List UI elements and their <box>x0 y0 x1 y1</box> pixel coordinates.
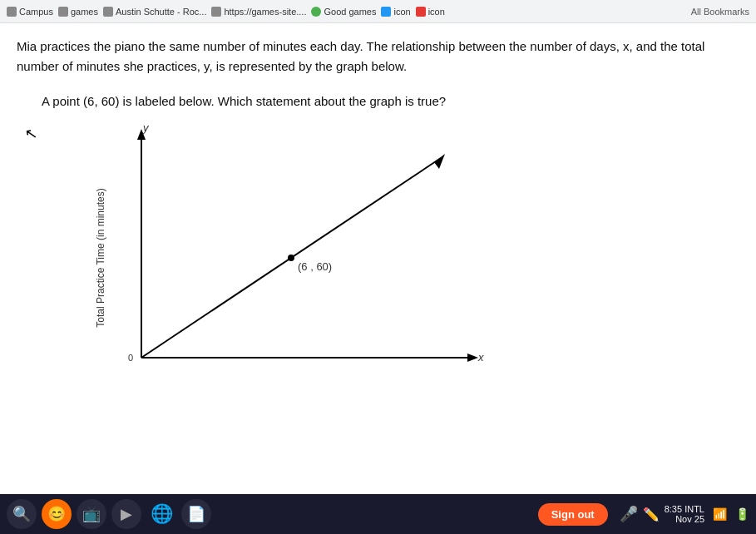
tab-games-site[interactable]: https://games-site.... <box>211 7 306 17</box>
search-taskbar-button[interactable]: 🔍 <box>7 499 37 529</box>
page-icon-1 <box>103 7 113 17</box>
page-red-icon <box>416 7 426 17</box>
mic-icon[interactable]: 🎤 <box>620 505 638 523</box>
file-taskbar-button[interactable]: 📄 <box>181 499 211 529</box>
y-axis-label: Total Practice Time (in minutes) <box>95 188 106 327</box>
page-icon-2 <box>211 7 221 17</box>
taskbar: 🔍 😊 📺 ▶ 🌐 📄 Sign out 🎤 ✏️ 8:35 INTL Nov … <box>0 494 756 534</box>
sign-out-button[interactable]: Sign out <box>538 503 608 526</box>
play-taskbar-button[interactable]: ▶ <box>111 499 141 529</box>
campus-icon <box>7 7 17 17</box>
graph-container: ↖ Total Practice Time (in minutes) <box>17 125 739 391</box>
main-content: Mia practices the piano the same number … <box>0 23 756 494</box>
tab-good-games[interactable]: Good games <box>311 7 376 17</box>
cursor-arrow-icon: ↖ <box>23 124 39 144</box>
browser-bar: Campus games Austin Schutte - Roc... htt… <box>0 0 756 23</box>
wifi-icon: 📶 <box>713 507 727 521</box>
tab-icon-blue[interactable]: icon <box>381 7 410 17</box>
circle-green-icon <box>311 7 321 17</box>
problem-text: Mia practices the piano the same number … <box>17 37 739 77</box>
svg-text:y: y <box>142 125 150 134</box>
svg-text:x: x <box>477 351 484 363</box>
taskbar-right: 8:35 INTL Nov 25 📶 🔋 <box>665 504 749 524</box>
tab-austin[interactable]: Austin Schutte - Roc... <box>103 7 206 17</box>
pen-icon[interactable]: ✏️ <box>643 507 660 522</box>
tab-campus[interactable]: Campus <box>7 7 53 17</box>
bookmarks-label: All Bookmarks <box>691 7 749 17</box>
chrome-taskbar-button[interactable]: 🌐 <box>146 499 176 529</box>
svg-point-6 <box>288 255 294 261</box>
face-taskbar-button[interactable]: 😊 <box>42 499 72 529</box>
question-text: A point (6, 60) is labeled below. Which … <box>17 91 739 111</box>
graph-svg: Total Practice Time (in minutes) <box>91 125 524 383</box>
svg-text:0: 0 <box>128 353 133 363</box>
point-label: (6 , 60) <box>298 260 332 273</box>
page-blue-icon <box>381 7 391 17</box>
tab-icon-red[interactable]: icon <box>416 7 445 17</box>
tv-taskbar-button[interactable]: 📺 <box>77 499 106 529</box>
svg-marker-5 <box>434 154 445 169</box>
date-time-display: 8:35 INTL Nov 25 <box>665 504 704 524</box>
tab-games[interactable]: games <box>58 7 98 17</box>
battery-icon: 🔋 <box>735 507 749 521</box>
svg-marker-3 <box>467 354 478 362</box>
games-icon <box>58 7 68 17</box>
